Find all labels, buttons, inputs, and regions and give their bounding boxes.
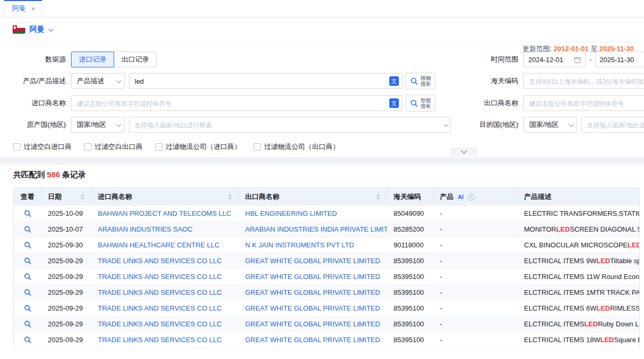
destination-label: 目的国(地区) <box>477 120 524 129</box>
origin-country-input[interactable] <box>135 121 440 129</box>
search-icon <box>24 241 32 249</box>
origin-region-select[interactable]: 国家/地区 <box>71 117 125 133</box>
cell-hs-code: 85395100 <box>387 285 434 300</box>
exporter-input-wrap <box>524 95 644 111</box>
cell-exporter-link[interactable]: GREAT WHITE GLOBAL PRIVATE LIMITED <box>239 332 387 347</box>
cell-product: - <box>434 206 518 221</box>
sort-icon[interactable] <box>376 194 380 200</box>
importer-input-wrap <box>71 95 402 111</box>
collapse-form-button[interactable] <box>450 147 478 156</box>
checkbox-icon[interactable] <box>254 143 261 151</box>
filter-blank-importer[interactable]: 过滤空白进口商 <box>13 142 72 152</box>
chevron-down-icon <box>569 122 574 127</box>
filter-logistics-importer[interactable]: 过滤物流公司（进口商） <box>155 142 241 152</box>
cell-date: 2025-09-29 <box>42 285 92 300</box>
tab-export-records[interactable]: 出口记录 <box>114 52 157 67</box>
view-detail-button[interactable] <box>24 304 32 312</box>
destination-input-wrap <box>581 117 644 133</box>
section-divider <box>0 157 644 165</box>
origin-region-value: 国家/地区 <box>77 120 106 129</box>
view-detail-button[interactable] <box>24 257 32 265</box>
date-range-separator: ~ <box>586 56 595 64</box>
cell-exporter-link[interactable]: GREAT WHITE GLOBAL PRIVATE LIMITED <box>239 269 387 284</box>
cell-importer-link[interactable]: ARABIAN INDUSTRIES SAOC <box>92 222 239 237</box>
sort-icon[interactable] <box>228 194 232 200</box>
hs-code-input[interactable] <box>529 77 644 85</box>
cell-exporter-link[interactable]: HBL ENGINEERING LIMITED <box>239 206 387 221</box>
col-header-view: 查看 <box>14 188 42 206</box>
destination-region-value: 国家/地区 <box>529 120 559 129</box>
date-end-input[interactable]: 2025-11-30 <box>595 52 644 67</box>
cell-importer-link[interactable]: TRADE LINKS AND SERVICES CO LLC <box>92 332 239 347</box>
view-detail-button[interactable] <box>24 241 32 249</box>
exporter-name-input[interactable] <box>529 99 644 107</box>
cell-product: - <box>434 269 518 284</box>
table-row: 2025-09-29 TRADE LINKS AND SERVICES CO L… <box>14 332 639 348</box>
cell-importer-link[interactable]: TRADE LINKS AND SERVICES CO LLC <box>92 285 239 300</box>
col-header-importer[interactable]: 进口商名称 <box>92 188 239 206</box>
filter-row: 过滤空白进口商 过滤空白出口商 过滤物流公司（进口商） 过滤物流公司（出口商） <box>13 142 644 152</box>
form-row-importer: 进口商名称 智能 搜索 出口商名称 <box>13 95 644 112</box>
sort-icon[interactable] <box>80 194 85 200</box>
view-detail-button[interactable] <box>24 288 32 296</box>
col-label: 进口商名称 <box>98 192 132 202</box>
filter-blank-exporter[interactable]: 过滤空白出口商 <box>84 142 143 152</box>
view-detail-button[interactable] <box>24 336 32 344</box>
chevron-down-icon <box>444 122 449 127</box>
cell-importer-link[interactable]: BAHWAN HEALTHCARE CENTRE LLC <box>92 237 239 253</box>
close-icon[interactable] <box>31 5 35 12</box>
translate-icon[interactable] <box>389 76 399 86</box>
table-row: 2025-10-09 BAHWAN PROJECT AND TELECOMS L… <box>14 206 639 222</box>
fuzzy-search-button[interactable]: 模糊 搜索 <box>406 73 435 89</box>
origin-input-wrap <box>129 117 451 133</box>
oman-flag-icon <box>13 25 25 34</box>
view-detail-button[interactable] <box>24 210 32 217</box>
cell-exporter-link[interactable]: GREAT WHITE GLOBAL PRIVATE LIMITED <box>239 253 387 268</box>
datasource-label: 数据源 <box>13 55 71 64</box>
cell-exporter-link[interactable]: GREAT WHITE GLOBAL PRIVATE LIMITED <box>239 316 387 332</box>
update-range-label: 更新范围: <box>522 45 552 53</box>
cell-importer-link[interactable]: TRADE LINKS AND SERVICES CO LLC <box>92 269 239 284</box>
cell-hs-code: 85395100 <box>387 301 434 316</box>
checkbox-icon[interactable] <box>155 143 163 151</box>
origin-label: 原产国(地区) <box>13 120 71 129</box>
filter-logistics-exporter[interactable]: 过滤物流公司（出口商） <box>254 142 339 152</box>
cell-product: - <box>434 301 518 316</box>
view-detail-button[interactable] <box>24 225 32 233</box>
importer-name-input[interactable] <box>77 99 386 107</box>
info-icon[interactable] <box>468 194 475 201</box>
cell-exporter-link[interactable]: GREAT WHITE GLOBAL PRIVATE LIMITED <box>239 285 387 300</box>
product-search-input[interactable] <box>135 77 386 85</box>
calendar-icon <box>574 56 581 63</box>
col-header-date[interactable]: 日期 <box>42 188 92 206</box>
checkbox-icon[interactable] <box>84 143 92 151</box>
cell-exporter-link[interactable]: ARABIAN INDUSTRIES INDIA PRIVATE LIMIT..… <box>239 222 387 237</box>
cell-importer-link[interactable]: TRADE LINKS AND SERVICES CO LLC <box>92 301 239 316</box>
cell-importer-link[interactable]: BAHWAN PROJECT AND TELECOMS LLC <box>92 206 239 221</box>
fuzzy-search-label-1: 模糊 <box>420 75 431 81</box>
col-header-exporter[interactable]: 出口商名称 <box>239 188 387 206</box>
cell-exporter-link[interactable]: N K JAIN INSTRUMENTS PVT LTD <box>239 237 387 253</box>
cell-importer-link[interactable]: TRADE LINKS AND SERVICES CO LLC <box>92 253 239 268</box>
hs-code-input-wrap <box>524 73 644 89</box>
view-detail-button[interactable] <box>24 273 32 281</box>
search-icon <box>24 210 32 217</box>
cell-importer-link[interactable]: TRADE LINKS AND SERVICES CO LLC <box>92 316 239 332</box>
smart-search-label-1: 智能 <box>420 97 431 103</box>
destination-region-select[interactable]: 国家/地区 <box>524 117 577 133</box>
product-type-select[interactable]: 产品描述 <box>71 73 125 89</box>
search-form: 更新范围: 2012-01-01 至 2025-11-30 数据源 进口记录 出… <box>0 42 644 157</box>
tab-oman[interactable]: 阿曼 <box>4 0 42 17</box>
cell-exporter-link[interactable]: GREAT WHITE GLOBAL PRIVATE LIMITED <box>239 301 387 316</box>
checkbox-icon[interactable] <box>13 143 21 151</box>
form-row-product: 产品/产品描述 产品描述 模糊 搜索 海关编码 <box>13 73 644 89</box>
chevron-down-icon[interactable] <box>48 26 54 32</box>
date-start-input[interactable]: 2024-12-01 <box>524 52 586 67</box>
tab-import-records[interactable]: 进口记录 <box>71 52 114 67</box>
translate-icon[interactable] <box>389 98 399 108</box>
smart-search-button[interactable]: 智能 搜索 <box>406 95 435 112</box>
view-detail-button[interactable] <box>24 320 32 328</box>
date-end-value: 2025-11-30 <box>600 56 635 64</box>
cell-product: - <box>434 237 518 253</box>
destination-country-input[interactable] <box>587 121 644 129</box>
